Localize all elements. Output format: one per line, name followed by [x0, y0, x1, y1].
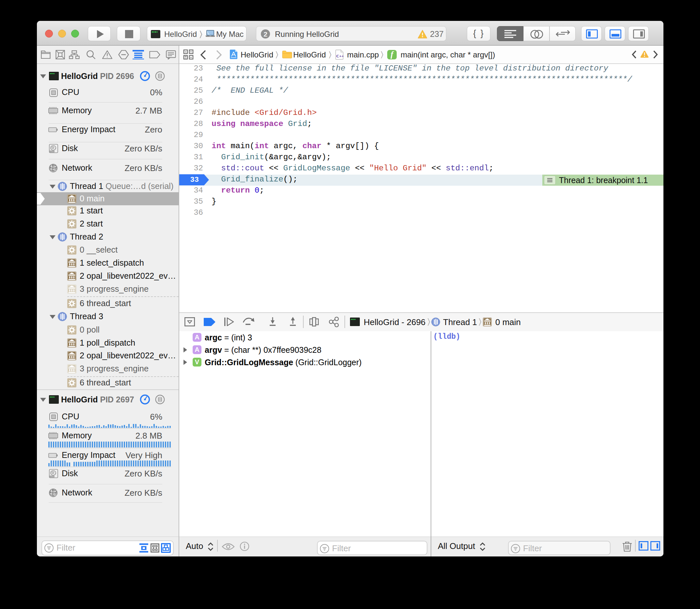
svg-text:C++: C++ [336, 54, 343, 58]
